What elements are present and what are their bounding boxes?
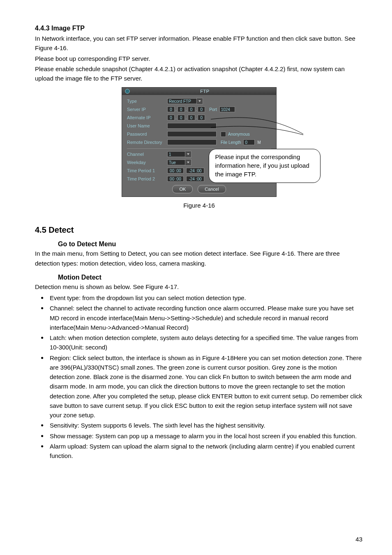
ip-octet[interactable]: 0 (188, 106, 195, 112)
label-time-period-1: Time Period 1 (127, 168, 167, 173)
list-item: Channel: select the channel to activate … (35, 303, 363, 332)
motion-detect-bullets: Event type: from the dropdown list you c… (35, 293, 363, 460)
label-user-name: User Name (127, 123, 167, 128)
weekday-select[interactable]: Tue (167, 160, 185, 165)
ip-octet[interactable]: 0 (167, 106, 175, 112)
paragraph-motion-intro: Detection menu is shown as below. See Fi… (35, 282, 363, 291)
label-weekday: Weekday (127, 160, 167, 165)
tp1-general-checkbox[interactable] (250, 168, 255, 173)
label-alternate-ip: Alternate IP (127, 115, 167, 120)
label-port: Port (209, 107, 217, 112)
label-file-length: File Length (221, 140, 241, 145)
cancel-button[interactable]: Cancel (198, 185, 226, 193)
list-item: Latch: when motion detection complete, s… (35, 333, 363, 352)
ip-octet[interactable]: 0 (198, 115, 205, 120)
tp2-general-checkbox[interactable] (250, 176, 255, 181)
ftp-title-text: FTP (134, 89, 276, 94)
label-server-ip: Server IP (127, 107, 167, 112)
list-item: Event type: from the dropdown list you c… (35, 293, 363, 303)
paragraph-detect-menu: In the main menu, from Setting to Detect… (35, 249, 363, 268)
col-alarm: Alarm (209, 160, 225, 165)
select-type[interactable]: Record FTP (167, 98, 197, 104)
ip-octet[interactable]: 0 (198, 106, 205, 112)
tp2-alarm-checkbox[interactable] (216, 176, 221, 181)
heading-detect: 4.5 Detect (35, 225, 363, 235)
port-input[interactable]: 1024 (219, 106, 235, 112)
ftp-dialog: FTP Type Record FTP Server IP 0. 0. 0. 0 (122, 87, 277, 197)
channel-select[interactable]: 1 (167, 151, 185, 157)
ok-button[interactable]: OK (172, 185, 193, 193)
label-type: Type (127, 99, 167, 104)
ip-octet[interactable]: 0 (178, 106, 185, 112)
divider (127, 148, 271, 149)
label-time-period-2: Time Period 2 (127, 176, 167, 181)
tp1-alarm-checkbox[interactable] (216, 168, 221, 173)
anonymous-checkbox[interactable] (221, 132, 226, 137)
paragraph-intro-2: Please boot up corresponding FTP server. (35, 54, 363, 63)
paragraph-intro-1: In Network interface, you can set FTP se… (35, 34, 363, 53)
tp2-motion-checkbox[interactable] (233, 176, 238, 181)
label-file-unit: M (257, 140, 261, 145)
heading-image-ftp: 4.4.3 Image FTP (35, 25, 363, 32)
tp1-start[interactable]: 00 :00 (167, 168, 184, 173)
tp2-end[interactable]: -24 :00 (186, 176, 204, 182)
label-remote-directory: Remote Directory (127, 140, 167, 145)
list-item: Region: Click select button, the interfa… (35, 353, 363, 420)
ip-octet[interactable]: 0 (167, 115, 175, 120)
list-item: Show message: System can pop up a messag… (35, 431, 363, 441)
subheading-go-to-detect-menu: Go to Detect Menu (58, 240, 363, 248)
svg-point-0 (125, 89, 130, 94)
label-password: Password (127, 132, 167, 136)
figure-ftp-dialog-wrap: FTP Type Record FTP Server IP 0. 0. 0. 0 (35, 87, 363, 197)
tp2-start[interactable]: 00 :00 (167, 176, 184, 182)
tp1-end[interactable]: -24 :00 (186, 168, 204, 173)
list-item: Alarm upload: System can upload the alar… (35, 442, 363, 461)
col-general: General (242, 160, 260, 165)
server-ip-input[interactable]: 0. 0. 0. 0 (167, 106, 205, 112)
subheading-motion-detect: Motion Detect (58, 274, 363, 281)
ip-octet[interactable]: 0 (178, 115, 185, 120)
paragraph-intro-3: Please enable schedule snapshot (Chapter… (35, 64, 363, 83)
chevron-down-icon[interactable] (196, 98, 203, 104)
ip-octet[interactable]: 0 (188, 115, 195, 120)
user-name-input[interactable] (167, 123, 217, 129)
chevron-down-icon[interactable] (185, 159, 191, 166)
label-channel: Channel (127, 152, 167, 157)
alternate-ip-input[interactable]: 0. 0. 0. 0 (167, 115, 205, 120)
password-input[interactable] (167, 131, 217, 137)
figure-caption: Figure 4-16 (35, 202, 363, 209)
col-motion: Motion (225, 160, 242, 165)
list-item: Sensitivity: System supports 6 levels. T… (35, 421, 363, 430)
app-icon (125, 88, 130, 94)
ftp-titlebar: FTP (122, 88, 276, 95)
label-anonymous: Anonymous (228, 132, 250, 136)
page-number: 43 (355, 536, 362, 543)
file-length-input[interactable]: 0 (243, 139, 255, 145)
tp1-motion-checkbox[interactable] (233, 168, 238, 173)
remote-directory-input[interactable] (167, 139, 217, 145)
chevron-down-icon[interactable] (185, 151, 191, 157)
